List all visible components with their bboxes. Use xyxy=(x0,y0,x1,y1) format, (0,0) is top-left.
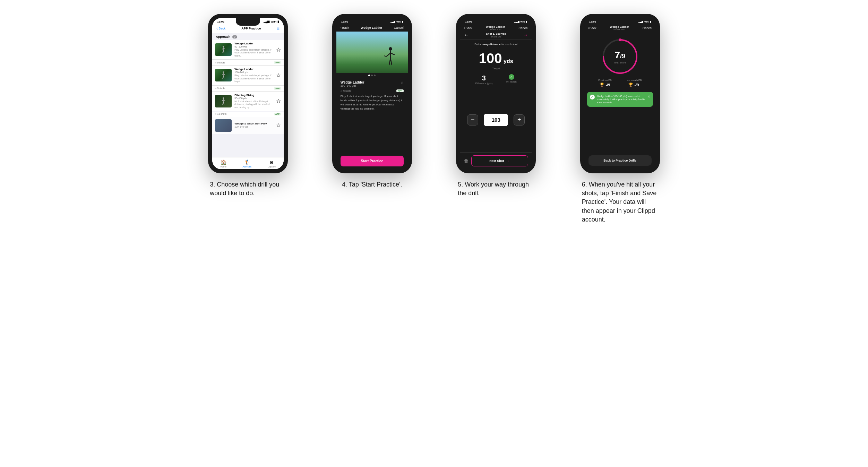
phone-frame-2: 13:02 ▂▄▆ WiFi ▮ ‹ Back Wedge Ladder Can… xyxy=(332,14,412,173)
toast-4: ✓ 'Wedge Ladder (100–140 yds)' was creat… xyxy=(587,92,653,107)
status-icons-3: ▂▄▆ WiFi ▮ xyxy=(514,20,527,23)
trash-icon-3[interactable]: 🗑 xyxy=(464,158,469,164)
phone-screen-3: 13:03 ▂▄▆ WiFi ▮ ‹ Back Wedge Ladder xyxy=(460,18,532,169)
phone-section-4: 13:03 ▂▄▆ WiFi ▮ ‹ Back Wedge Ladder xyxy=(563,14,677,224)
score-label-3: Score 5/9 xyxy=(486,35,506,38)
drill-range-2: 100–140 yds xyxy=(234,71,273,73)
phone-notch-2 xyxy=(360,18,384,26)
drill-desc-2: Play 1 shot at each target yardage. If y… xyxy=(234,74,273,83)
drill-desc-1: Play 1 shot at each target yardage. If y… xyxy=(234,49,273,57)
spacer-4 xyxy=(584,110,656,155)
shot-footer-3: 🗑 Next Shot → xyxy=(460,152,532,169)
drill-hero-2 xyxy=(336,32,408,73)
phone-notch-3 xyxy=(484,18,508,26)
last-pb-label-4: Last month PB xyxy=(626,79,642,81)
back-label-1: Back xyxy=(218,27,225,30)
svg-line-20 xyxy=(386,53,390,57)
back-chevron-2: ‹ xyxy=(341,26,342,29)
drill-item-3[interactable]: Pitching String 55–100 yds Hit 1 shot at… xyxy=(212,92,284,117)
nav-cancel-2[interactable]: Cancel xyxy=(394,26,404,29)
caption-4: 6. When you've hit all your shots, tap '… xyxy=(582,180,658,224)
input-row-3: − 103 + xyxy=(460,87,532,152)
svg-line-22 xyxy=(390,53,395,55)
tab-home-label-1: Home xyxy=(221,165,226,168)
nav-back-1[interactable]: Back xyxy=(216,26,225,31)
trophy-1: 🏆 xyxy=(600,83,604,87)
drill-thumb-img-4 xyxy=(215,119,232,132)
toast-close-4[interactable]: ✕ xyxy=(647,95,650,98)
svg-point-18 xyxy=(389,47,392,51)
drill-thumb-2 xyxy=(215,69,232,81)
tab-capture-1[interactable]: ⊕ Capture xyxy=(268,159,276,168)
drill-item-4[interactable]: Wedge & Short Iron Play 100–140 yds ☆ xyxy=(212,117,284,134)
target-distance-3: 100 yds Target xyxy=(460,47,532,71)
score-circle-4: 7/9 Total Score xyxy=(601,37,639,76)
phone-screen-1: 13:02 ▂▄▆ WiFi ▮ Back APP Practice ☰ xyxy=(212,18,284,169)
back-label-2: Back xyxy=(342,26,349,29)
next-arrow-3[interactable]: → xyxy=(523,32,528,38)
drill-thumb-1 xyxy=(215,43,232,56)
phone-frame-3: 13:03 ▂▄▆ WiFi ▮ ‹ Back Wedge Ladder xyxy=(456,14,536,173)
bat-3: ▮ xyxy=(526,20,527,23)
caption-1: 3. Choose which drill you would like to … xyxy=(210,180,286,198)
hit-check-3: ✓ xyxy=(510,75,513,79)
section-label-1: Approach xyxy=(216,35,230,38)
status-time-3: 13:03 xyxy=(465,20,472,23)
drill-info-3: Pitching String 55–100 yds Hit 1 shot at… xyxy=(234,94,273,109)
back-to-drills-btn-4[interactable]: Back to Practice Drills xyxy=(588,155,652,166)
nav-back-3[interactable]: ‹ Back xyxy=(464,26,472,30)
tab-home-1[interactable]: 🏠 Home xyxy=(221,159,226,168)
nav-back-4[interactable]: ‹ Back xyxy=(588,26,596,30)
golfer-svg-1 xyxy=(221,45,226,54)
nav-title-3: Wedge Ladder xyxy=(486,25,505,28)
nav-back-2[interactable]: ‹ Back xyxy=(341,26,349,29)
golfer-svg-3 xyxy=(221,97,226,105)
status-icons-2: ▂▄▆ WiFi ▮ xyxy=(390,20,403,23)
nav-bar-1: Back APP Practice ☰ xyxy=(212,25,284,33)
tab-activities-1[interactable]: 🏌 Activities xyxy=(243,159,252,168)
input-value-3[interactable]: 103 xyxy=(484,114,508,126)
next-shot-btn-3[interactable]: Next Shot → xyxy=(471,155,528,166)
back-chevron-1 xyxy=(216,26,218,31)
drill-thumb-3 xyxy=(215,95,232,107)
svg-line-5 xyxy=(223,50,224,53)
app-badge-2: APP xyxy=(274,87,281,90)
shots-label-3: ○ 10 shots xyxy=(215,113,226,115)
phone-frame-4: 13:03 ▂▄▆ WiFi ▮ ‹ Back Wedge Ladder xyxy=(580,14,660,173)
start-practice-btn[interactable]: Start Practice xyxy=(341,156,404,166)
score-text-4: 7/9 Total Score xyxy=(614,50,626,64)
phone-frame-1: 13:02 ▂▄▆ WiFi ▮ Back APP Practice ☰ xyxy=(208,14,288,173)
drill-range-4: 100–140 yds xyxy=(234,126,273,128)
drill-meta-1: ○ 9 shots APP xyxy=(212,60,284,66)
next-shot-arrow-3: → xyxy=(506,158,510,163)
carousel-dots-2 xyxy=(336,73,408,78)
drill-info-4: Wedge & Short Iron Play 100–140 yds xyxy=(234,122,273,129)
decrement-btn-3[interactable]: − xyxy=(467,114,478,126)
nav-cancel-4[interactable]: Cancel xyxy=(643,26,652,30)
shot-label-3: Shot 1, 100 yds xyxy=(486,32,506,35)
drill-desc-text-2: Play 1 shot at each target yardage. If y… xyxy=(341,94,404,111)
signal-3: ▂▄▆ xyxy=(514,20,519,23)
nav-subtitle-4: 06 Mar 2023 xyxy=(610,28,629,31)
prev-pb-4: Previous PB 🏆 -/9 xyxy=(598,79,612,87)
prev-arrow-3[interactable]: ← xyxy=(464,32,469,38)
svg-line-17 xyxy=(223,102,224,105)
wifi-3: WiFi xyxy=(521,21,525,23)
drill-item-2[interactable]: Wedge Ladder 100–140 yds Play 1 shot at … xyxy=(212,66,284,91)
nav-cancel-3[interactable]: Cancel xyxy=(518,26,528,30)
wifi-icon-1: WiFi xyxy=(270,20,276,23)
phone-section-2: 13:02 ▂▄▆ WiFi ▮ ‹ Back Wedge Ladder Can… xyxy=(315,14,429,189)
drill-item-1[interactable]: Wedge Ladder 50–100 yds Play 1 shot at e… xyxy=(212,40,284,66)
toast-text-4: 'Wedge Ladder (100–140 yds)' was created… xyxy=(597,95,645,104)
drill-desc-3: Hit 1 shot at each of the 10 target dist… xyxy=(234,100,273,109)
drill-range-1: 50–100 yds xyxy=(234,45,273,48)
increment-btn-3[interactable]: + xyxy=(514,114,525,126)
shots-label-2: ○ 9 shots xyxy=(215,87,225,89)
app-badge-drill-2: APP xyxy=(396,89,403,92)
hero-bg-2 xyxy=(336,32,408,73)
status-time-4: 13:03 xyxy=(589,20,596,23)
shots-clock-2: ○ xyxy=(341,90,342,92)
drill-thumb-4 xyxy=(215,119,232,132)
nav-menu-1[interactable]: ☰ xyxy=(277,27,280,30)
signal-icon-2: ▂▄▆ xyxy=(390,20,395,23)
